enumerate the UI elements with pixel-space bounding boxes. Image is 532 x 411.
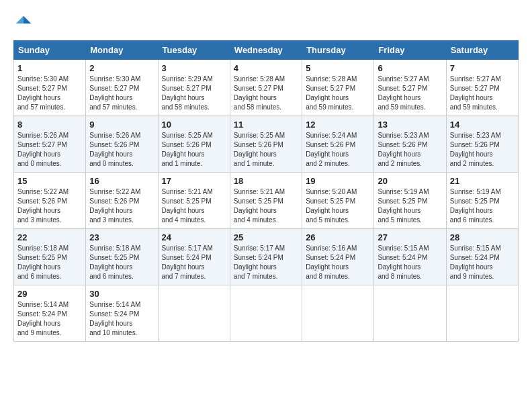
daylight-hours-label: Daylight hours xyxy=(450,263,493,271)
day-number: 30 xyxy=(89,289,154,299)
daylight-hours-label: Daylight hours xyxy=(306,263,349,271)
calendar-day-27: 27 Sunrise: 5:15 AM Sunset: 5:24 PM Dayl… xyxy=(374,229,446,285)
daylight-hours-label: Daylight hours xyxy=(17,320,60,327)
weekday-header-friday: Friday xyxy=(374,41,446,60)
day-number: 1 xyxy=(17,63,82,73)
day-number: 22 xyxy=(17,232,82,242)
empty-cell xyxy=(230,285,302,342)
calendar-day-28: 28 Sunrise: 5:15 AM Sunset: 5:24 PM Dayl… xyxy=(446,229,518,285)
day-number: 17 xyxy=(162,176,226,186)
day-number: 20 xyxy=(378,176,442,186)
weekday-header-monday: Monday xyxy=(86,41,158,60)
day-number: 23 xyxy=(89,232,154,242)
day-number: 16 xyxy=(89,176,154,186)
day-number: 6 xyxy=(378,63,442,73)
day-number: 13 xyxy=(378,120,442,130)
day-info: Sunrise: 5:30 AM Sunset: 5:27 PM Dayligh… xyxy=(17,75,82,112)
daylight-hours-label: Daylight hours xyxy=(89,263,132,271)
day-number: 25 xyxy=(234,232,298,242)
daylight-hours-label: Daylight hours xyxy=(162,263,205,271)
daylight-hours-label: Daylight hours xyxy=(450,150,493,158)
day-number: 9 xyxy=(89,120,154,130)
daylight-hours-label: Daylight hours xyxy=(89,94,132,101)
calendar-day-15: 15 Sunrise: 5:22 AM Sunset: 5:26 PM Dayl… xyxy=(14,173,86,229)
day-number: 5 xyxy=(306,63,370,73)
daylight-hours-label: Daylight hours xyxy=(17,94,60,101)
calendar-day-23: 23 Sunrise: 5:18 AM Sunset: 5:25 PM Dayl… xyxy=(86,229,158,285)
calendar-week-1: 1 Sunrise: 5:30 AM Sunset: 5:27 PM Dayli… xyxy=(14,60,519,116)
day-info: Sunrise: 5:18 AM Sunset: 5:25 PM Dayligh… xyxy=(89,244,154,281)
day-info: Sunrise: 5:30 AM Sunset: 5:27 PM Dayligh… xyxy=(89,75,154,112)
daylight-hours-label: Daylight hours xyxy=(162,94,205,101)
day-info: Sunrise: 5:28 AM Sunset: 5:27 PM Dayligh… xyxy=(306,75,370,112)
daylight-hours-label: Daylight hours xyxy=(234,263,277,271)
calendar-day-10: 10 Sunrise: 5:25 AM Sunset: 5:26 PM Dayl… xyxy=(158,116,230,173)
day-number: 2 xyxy=(89,63,154,73)
day-number: 15 xyxy=(17,176,82,186)
daylight-hours-label: Daylight hours xyxy=(162,150,205,158)
calendar-day-6: 6 Sunrise: 5:27 AM Sunset: 5:27 PM Dayli… xyxy=(374,60,446,116)
day-info: Sunrise: 5:25 AM Sunset: 5:26 PM Dayligh… xyxy=(234,131,298,169)
daylight-hours-label: Daylight hours xyxy=(17,150,60,158)
day-info: Sunrise: 5:27 AM Sunset: 5:27 PM Dayligh… xyxy=(450,75,515,112)
calendar-day-11: 11 Sunrise: 5:25 AM Sunset: 5:26 PM Dayl… xyxy=(230,116,302,173)
daylight-hours-label: Daylight hours xyxy=(378,207,420,214)
day-number: 3 xyxy=(162,63,226,73)
calendar-day-22: 22 Sunrise: 5:18 AM Sunset: 5:25 PM Dayl… xyxy=(14,229,86,285)
calendar-day-29: 29 Sunrise: 5:14 AM Sunset: 5:24 PM Dayl… xyxy=(14,285,86,342)
daylight-hours-label: Daylight hours xyxy=(89,320,132,327)
weekday-header-sunday: Sunday xyxy=(14,41,86,60)
daylight-hours-label: Daylight hours xyxy=(306,94,349,101)
daylight-hours-label: Daylight hours xyxy=(378,94,420,101)
calendar-week-4: 22 Sunrise: 5:18 AM Sunset: 5:25 PM Dayl… xyxy=(14,229,519,285)
day-info: Sunrise: 5:17 AM Sunset: 5:24 PM Dayligh… xyxy=(234,244,298,281)
day-number: 28 xyxy=(450,232,515,242)
daylight-hours-label: Daylight hours xyxy=(234,94,277,101)
day-info: Sunrise: 5:20 AM Sunset: 5:25 PM Dayligh… xyxy=(306,187,370,225)
day-info: Sunrise: 5:19 AM Sunset: 5:25 PM Dayligh… xyxy=(378,187,442,225)
daylight-hours-label: Daylight hours xyxy=(162,207,205,214)
day-info: Sunrise: 5:14 AM Sunset: 5:24 PM Dayligh… xyxy=(17,300,82,338)
day-info: Sunrise: 5:26 AM Sunset: 5:27 PM Dayligh… xyxy=(17,131,82,169)
calendar-day-9: 9 Sunrise: 5:26 AM Sunset: 5:26 PM Dayli… xyxy=(86,116,158,173)
svg-marker-0 xyxy=(24,16,31,24)
calendar-day-12: 12 Sunrise: 5:24 AM Sunset: 5:26 PM Dayl… xyxy=(302,116,374,173)
day-info: Sunrise: 5:25 AM Sunset: 5:26 PM Dayligh… xyxy=(162,131,226,169)
daylight-hours-label: Daylight hours xyxy=(89,150,132,158)
day-number: 12 xyxy=(306,120,370,130)
calendar-day-20: 20 Sunrise: 5:19 AM Sunset: 5:25 PM Dayl… xyxy=(374,173,446,229)
daylight-hours-label: Daylight hours xyxy=(378,263,420,271)
day-info: Sunrise: 5:18 AM Sunset: 5:25 PM Dayligh… xyxy=(17,244,82,281)
day-info: Sunrise: 5:15 AM Sunset: 5:24 PM Dayligh… xyxy=(378,244,442,281)
calendar-week-5: 29 Sunrise: 5:14 AM Sunset: 5:24 PM Dayl… xyxy=(14,285,519,342)
day-info: Sunrise: 5:24 AM Sunset: 5:26 PM Dayligh… xyxy=(306,131,370,169)
day-info: Sunrise: 5:22 AM Sunset: 5:26 PM Dayligh… xyxy=(89,187,154,225)
day-info: Sunrise: 5:22 AM Sunset: 5:26 PM Dayligh… xyxy=(17,187,82,225)
empty-cell xyxy=(446,285,518,342)
day-number: 21 xyxy=(450,176,515,186)
day-info: Sunrise: 5:23 AM Sunset: 5:26 PM Dayligh… xyxy=(378,131,442,169)
day-number: 24 xyxy=(162,232,226,242)
daylight-hours-label: Daylight hours xyxy=(450,94,493,101)
day-number: 19 xyxy=(306,176,370,186)
calendar-week-2: 8 Sunrise: 5:26 AM Sunset: 5:27 PM Dayli… xyxy=(14,116,519,173)
calendar-day-25: 25 Sunrise: 5:17 AM Sunset: 5:24 PM Dayl… xyxy=(230,229,302,285)
day-number: 8 xyxy=(17,120,82,130)
day-number: 14 xyxy=(450,120,515,130)
calendar-header-row: SundayMondayTuesdayWednesdayThursdayFrid… xyxy=(14,41,519,60)
logo-icon xyxy=(13,13,34,34)
daylight-hours-label: Daylight hours xyxy=(89,207,132,214)
day-info: Sunrise: 5:21 AM Sunset: 5:25 PM Dayligh… xyxy=(162,187,226,225)
day-info: Sunrise: 5:23 AM Sunset: 5:26 PM Dayligh… xyxy=(450,131,515,169)
day-number: 29 xyxy=(17,289,82,299)
daylight-hours-label: Daylight hours xyxy=(234,207,277,214)
calendar-day-18: 18 Sunrise: 5:21 AM Sunset: 5:25 PM Dayl… xyxy=(230,173,302,229)
day-number: 18 xyxy=(234,176,298,186)
daylight-hours-label: Daylight hours xyxy=(17,263,60,271)
weekday-header-wednesday: Wednesday xyxy=(230,41,302,60)
weekday-header-tuesday: Tuesday xyxy=(158,41,230,60)
calendar-day-5: 5 Sunrise: 5:28 AM Sunset: 5:27 PM Dayli… xyxy=(302,60,374,116)
day-number: 27 xyxy=(378,232,442,242)
calendar-day-14: 14 Sunrise: 5:23 AM Sunset: 5:26 PM Dayl… xyxy=(446,116,518,173)
daylight-hours-label: Daylight hours xyxy=(234,150,277,158)
